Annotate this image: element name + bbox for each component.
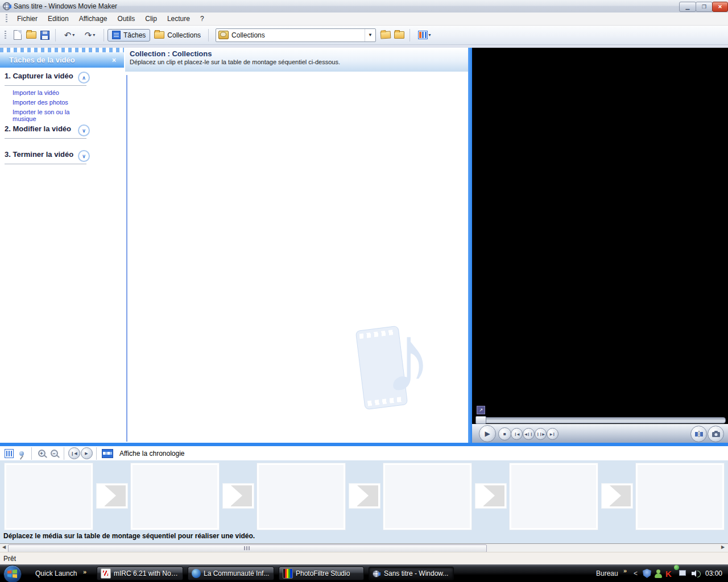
tasks-panel-close-icon[interactable]: × (112, 56, 116, 64)
section-title[interactable]: 1. Capturer la vidéo (5, 72, 77, 81)
menu-affichage[interactable]: Affichage (74, 13, 113, 24)
toolbar-separator (64, 447, 64, 460)
movie-tasks-panel: Tâches de la vidéo × 1. Capturer la vidé… (0, 48, 125, 443)
task-section-modifier: 2. Modifier la vidéo ∨ (5, 124, 90, 139)
views-button[interactable]: ▾ (414, 29, 435, 41)
preview-monitor: ↗ ▶ ■ ❙◀ ◀❙❙ ❙❙▶ ▶❙ (472, 48, 728, 443)
up-one-level-button[interactable] (379, 29, 392, 41)
menu-bar: Fichier Edition Affichage Outils Clip Le… (0, 13, 728, 26)
play-icon: ▶ (81, 447, 93, 459)
step-forward-button[interactable]: ❙❙▶ (535, 428, 547, 440)
new-collection-button[interactable] (393, 29, 406, 41)
next-frame-button[interactable]: ▶❙ (547, 428, 559, 440)
menu-lecture[interactable]: Lecture (162, 13, 195, 24)
rewind-storyboard-button[interactable]: ❙◀ (68, 448, 80, 459)
storyboard-clip-slot[interactable] (5, 463, 93, 530)
quick-launch-chevron-icon[interactable]: » (83, 568, 86, 575)
combo-dropdown-icon[interactable]: ▼ (365, 29, 375, 41)
storyboard-transition-slot[interactable] (475, 484, 506, 508)
taskbar-button-moviemaker[interactable]: Sans titre - Window... (369, 567, 454, 580)
undo-button[interactable]: ↶▾ (60, 29, 79, 41)
new-project-button[interactable] (11, 29, 24, 41)
menu-aide[interactable]: ? (195, 13, 209, 24)
microphone-icon (19, 451, 24, 456)
set-audio-levels-button[interactable] (3, 448, 15, 459)
storyboard-clip-slot[interactable] (636, 463, 724, 530)
menu-drag-handle[interactable] (6, 14, 7, 23)
collection-combobox[interactable]: Collections ▼ (216, 28, 376, 42)
menu-clip[interactable]: Clip (140, 13, 162, 24)
scroll-left-icon[interactable]: ◀ (2, 545, 6, 550)
tasks-toggle-button[interactable]: Tâches (107, 29, 150, 41)
open-project-button[interactable] (25, 29, 38, 41)
save-project-button[interactable] (39, 29, 51, 41)
menu-edition[interactable]: Edition (43, 13, 74, 24)
close-button[interactable]: ✕ (712, 2, 728, 12)
collections-toggle-button[interactable]: Collections (150, 29, 205, 41)
play-button[interactable]: ▶ (479, 425, 496, 442)
status-text: Prêt (3, 555, 16, 563)
taskbar-button-mirc[interactable]: mIRC 6.21 with NoN... (97, 567, 183, 580)
scroll-right-icon[interactable]: ▶ (721, 545, 725, 550)
show-timeline-label[interactable]: Affiche la chronologie (119, 450, 185, 458)
taskbar-button-label: PhotoFiltre Studio (296, 569, 350, 577)
chevron-down-icon[interactable]: ∨ (78, 150, 90, 162)
seek-thumb[interactable] (475, 416, 486, 424)
chevron-down-icon[interactable]: ∨ (78, 124, 90, 136)
seek-bar[interactable] (475, 417, 726, 423)
windows-logo-icon (7, 569, 17, 578)
taskbar-button-communaute[interactable]: La Communauté Inf... (188, 567, 274, 580)
link-importer-la-video[interactable]: Importer la vidéo (13, 89, 90, 96)
status-bar: Prêt (0, 552, 728, 564)
storyboard-clip-slot[interactable] (131, 463, 219, 530)
collection-list-border (126, 75, 127, 442)
section-title[interactable]: 3. Terminer la vidéo (5, 150, 77, 159)
storyboard-transition-slot[interactable] (349, 484, 380, 508)
stop-button[interactable]: ■ (498, 427, 511, 440)
quick-launch-label: Quick Launch (35, 569, 77, 577)
transition-arrow-tip (105, 485, 116, 506)
link-importer-le-son[interactable]: Importer le son ou la musique (13, 109, 90, 122)
chevron-up-icon[interactable]: ∧ (78, 72, 90, 84)
scrollbar-thumb[interactable] (8, 544, 487, 552)
link-importer-des-photos[interactable]: Importer des photos (13, 99, 90, 106)
storyboard-clip-slot[interactable] (257, 463, 345, 530)
section-title[interactable]: 2. Modifier la vidéo (5, 124, 77, 134)
previous-frame-button[interactable]: ❙◀ (511, 428, 523, 440)
toolbar-drag-handle[interactable] (5, 31, 6, 40)
security-shield-tray-icon[interactable] (643, 569, 651, 578)
split-clip-button[interactable] (690, 426, 707, 442)
start-button[interactable] (3, 565, 22, 582)
show-timeline-button[interactable] (100, 448, 115, 459)
camera-icon (712, 431, 720, 437)
bureau-toolbar-label[interactable]: Bureau (596, 569, 618, 577)
taskbar-clock[interactable]: 03:00 (705, 569, 722, 577)
new-collection-folder-icon (394, 31, 404, 39)
menu-fichier[interactable]: Fichier (12, 13, 43, 24)
globe-icon (192, 569, 201, 578)
redo-button[interactable]: ↷▾ (80, 29, 100, 41)
taskbar-button-photofiltre[interactable]: PhotoFiltre Studio (279, 567, 364, 580)
menu-outils[interactable]: Outils (113, 13, 140, 24)
step-back-button[interactable]: ◀❙❙ (523, 428, 535, 440)
restore-button[interactable]: ❐ (696, 2, 713, 12)
fullscreen-icon[interactable]: ↗ (477, 406, 485, 414)
storyboard-clip-slot[interactable] (510, 463, 598, 530)
tray-expand-icon[interactable]: < (634, 569, 638, 577)
storyboard-clip-slot[interactable] (383, 463, 471, 530)
storyboard-transition-slot[interactable] (602, 484, 632, 508)
pane-splitter[interactable] (468, 48, 472, 443)
bureau-chevron-icon[interactable]: » (623, 567, 627, 574)
minimize-button[interactable]: ▁ (679, 2, 696, 12)
play-storyboard-button[interactable]: ▶ (80, 448, 93, 459)
storyboard-transition-slot[interactable] (97, 484, 127, 508)
section-divider (5, 164, 86, 164)
zoom-out-button[interactable]: − (48, 448, 60, 459)
narrate-timeline-button[interactable] (15, 448, 28, 459)
task-section-terminer: 3. Terminer la vidéo ∨ (5, 150, 90, 164)
main-toolbar: ↶▾ ↷▾ Tâches Collections Collections ▼ ▾ (0, 26, 728, 45)
kaspersky-tray-icon[interactable]: K (665, 569, 672, 578)
zoom-in-button[interactable]: + (35, 448, 48, 459)
take-picture-button[interactable] (708, 426, 724, 442)
storyboard-transition-slot[interactable] (223, 484, 254, 508)
